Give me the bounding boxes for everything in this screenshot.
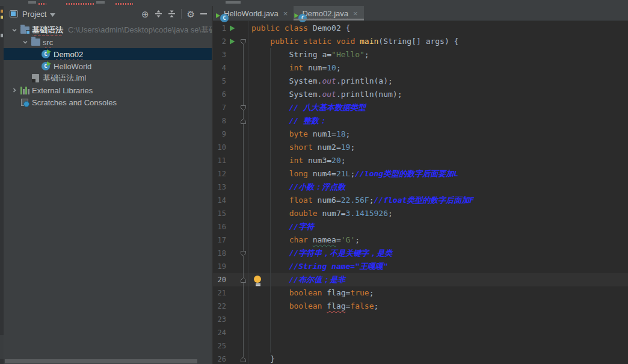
fold-marker-icon[interactable]	[238, 39, 248, 45]
code-line-6[interactable]: 6 System.out.println(num);	[213, 88, 628, 101]
code-line-20[interactable]: 20 //布尔值；是非	[213, 273, 628, 286]
line-number[interactable]: 25	[213, 339, 226, 353]
intention-lightbulb-icon[interactable]	[254, 276, 262, 285]
chevron-down-icon[interactable]	[10, 28, 19, 32]
run-arrow-icon[interactable]	[230, 39, 235, 45]
code-line-text[interactable]: boolean flag=false;	[251, 300, 628, 313]
run-arrow-icon[interactable]	[230, 25, 235, 31]
code-line-14[interactable]: 14 float num6=22.56F;//float类型的数字后面加F	[213, 194, 628, 207]
locate-icon[interactable]: ⊕	[141, 10, 149, 19]
code-line-19[interactable]: 19 //String name="王嘎嘎"	[213, 260, 628, 273]
line-number[interactable]: 15	[213, 207, 226, 220]
line-number[interactable]: 12	[213, 167, 226, 180]
line-number[interactable]: 2	[213, 35, 226, 48]
editor-tab-demo02-java[interactable]: CDemo02.java×	[294, 6, 363, 20]
code-line-5[interactable]: 5 System.out.println(a);	[213, 75, 628, 88]
code-line-text[interactable]: //String name="王嘎嘎"	[251, 260, 628, 273]
line-number[interactable]: 18	[213, 247, 226, 260]
code-line-4[interactable]: 4 int num=10;	[213, 61, 628, 75]
line-number[interactable]: 26	[213, 353, 226, 364]
line-number[interactable]: 24	[213, 326, 226, 339]
collapse-all-icon[interactable]	[168, 10, 176, 17]
line-number[interactable]: 8	[213, 114, 226, 128]
code-line-18[interactable]: 18 //字符串，不是关键字，是类	[213, 247, 628, 260]
tree-item-iml-file[interactable]: 基础语法.iml	[4, 72, 212, 84]
line-number[interactable]: 21	[213, 286, 226, 300]
close-tab-icon[interactable]: ×	[283, 9, 288, 18]
line-number[interactable]: 20	[213, 273, 226, 286]
panel-title[interactable]: Project	[22, 10, 46, 19]
code-line-21[interactable]: 21 boolean flag=true;	[213, 286, 628, 300]
code-line-text[interactable]: System.out.println(num);	[251, 88, 628, 101]
code-line-text[interactable]: double num7=3.1415926;	[251, 207, 628, 220]
line-number[interactable]: 14	[213, 194, 226, 207]
code-line-text[interactable]: public static void main(String[] args) {	[251, 35, 628, 48]
code-line-12[interactable]: 12 long num4=21L;//long类型的数字后面要加L	[213, 167, 628, 180]
chevron-down-icon[interactable]	[50, 10, 55, 19]
code-line-text[interactable]: int num3=20;	[251, 154, 628, 167]
code-line-text[interactable]: byte num1=18;	[251, 128, 628, 141]
code-line-9[interactable]: 9 byte num1=18;	[213, 128, 628, 141]
line-number[interactable]: 11	[213, 154, 226, 167]
tree-item-demo02-class[interactable]: CDemo02	[4, 48, 212, 60]
fold-marker-icon[interactable]	[238, 118, 248, 125]
code-line-text[interactable]: }	[251, 353, 628, 364]
settings-gear-icon[interactable]: ⚙	[187, 10, 195, 19]
run-line-icon[interactable]	[226, 25, 238, 31]
code-line-26[interactable]: 26 }	[213, 353, 628, 364]
line-number[interactable]: 17	[213, 233, 226, 247]
line-number[interactable]: 23	[213, 313, 226, 326]
run-line-icon[interactable]	[226, 39, 238, 45]
code-line-3[interactable]: 3 String a="Hello";	[213, 48, 628, 61]
code-line-text[interactable]: public class Demo02 {	[251, 22, 628, 35]
line-number[interactable]: 5	[213, 75, 226, 88]
fold-marker-icon[interactable]	[238, 250, 248, 257]
tree-item-helloworld-class[interactable]: CHelloWorld	[4, 60, 212, 72]
code-line-22[interactable]: 22 boolean flag=false;	[213, 300, 628, 313]
code-line-1[interactable]: 1public class Demo02 {	[213, 22, 628, 35]
tree-item-project-root[interactable]: 基础语法C:\Users\admin\Desktop\code\java se\…	[4, 24, 212, 36]
tree-item-scratches-and-consoles[interactable]: Scratches and Consoles	[4, 96, 212, 108]
line-number[interactable]: 9	[213, 128, 226, 141]
code-line-text[interactable]: //布尔值；是非	[251, 273, 628, 286]
code-line-16[interactable]: 16 //字符	[213, 220, 628, 233]
code-line-text[interactable]: short num2=19;	[251, 141, 628, 154]
line-number[interactable]: 13	[213, 180, 226, 194]
code-line-11[interactable]: 11 int num3=20;	[213, 154, 628, 167]
line-number[interactable]: 16	[213, 220, 226, 233]
code-line-2[interactable]: 2 public static void main(String[] args)…	[213, 35, 628, 48]
code-line-text[interactable]: //小数：浮点数	[251, 180, 628, 194]
line-number[interactable]: 10	[213, 141, 226, 154]
code-line-text[interactable]: String a="Hello";	[251, 48, 628, 61]
chevron-right-icon[interactable]	[10, 88, 19, 93]
code-line-24[interactable]: 24	[213, 326, 628, 339]
code-line-text[interactable]: //字符	[251, 220, 628, 233]
close-tab-icon[interactable]: ×	[353, 9, 358, 18]
tree-item-external-libraries[interactable]: External Libraries	[4, 84, 212, 96]
editor-tab-helloworld-java[interactable]: CHelloWorld.java×	[215, 6, 294, 20]
code-line-text[interactable]: char namea='G';	[251, 233, 628, 247]
expand-all-icon[interactable]	[155, 10, 162, 17]
line-number[interactable]: 1	[213, 22, 226, 35]
fold-marker-icon[interactable]	[238, 356, 248, 363]
line-number[interactable]: 4	[213, 61, 226, 75]
line-number[interactable]: 7	[213, 101, 226, 114]
fold-marker-icon[interactable]	[238, 105, 248, 111]
line-number[interactable]: 22	[213, 300, 226, 313]
code-line-text[interactable]: // 八大基本数据类型	[251, 101, 628, 114]
code-line-text[interactable]: // 整数：	[251, 114, 628, 128]
code-line-text[interactable]: int num=10;	[251, 61, 628, 75]
code-line-text[interactable]: float num6=22.56F;//float类型的数字后面加F	[251, 194, 628, 207]
code-line-text[interactable]: boolean flag=true;	[251, 286, 628, 300]
fold-marker-icon[interactable]	[238, 277, 248, 283]
code-line-10[interactable]: 10 short num2=19;	[213, 141, 628, 154]
tree-item-src-folder[interactable]: src	[4, 36, 212, 48]
horizontal-scrollbar-thumb[interactable]	[5, 359, 197, 363]
code-line-17[interactable]: 17 char namea='G';	[213, 233, 628, 247]
code-line-23[interactable]: 23	[213, 313, 628, 326]
code-line-8[interactable]: 8 // 整数：	[213, 114, 628, 128]
hide-panel-icon[interactable]	[200, 13, 207, 14]
code-line-text[interactable]: //字符串，不是关键字，是类	[251, 247, 628, 260]
code-line-13[interactable]: 13 //小数：浮点数	[213, 180, 628, 194]
line-number[interactable]: 19	[213, 260, 226, 273]
